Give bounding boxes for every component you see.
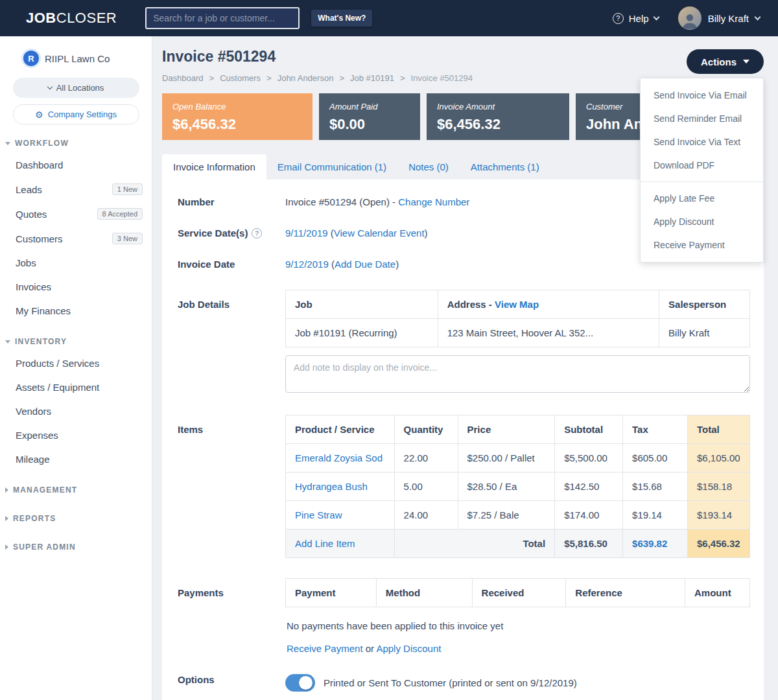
actions-button[interactable]: Actions <box>687 49 764 74</box>
breadcrumb-dashboard[interactable]: Dashboard <box>162 73 204 83</box>
sidebar-nav: WORKFLOW Dashboard Leads 1 New Quotes 8 … <box>0 124 152 557</box>
whats-new-button[interactable]: What's New? <box>311 10 372 27</box>
item-name-link[interactable]: Pine Straw <box>295 509 342 520</box>
menu-item-apply-late-fee[interactable]: Apply Late Fee <box>641 187 763 210</box>
sidebar: R RIIPL Lawn Co All Locations ⚙ Company … <box>0 36 152 700</box>
item-price: $28.50 / Ea <box>458 472 555 501</box>
menu-item-receive-payment[interactable]: Receive Payment <box>641 233 763 257</box>
tab-email-communication[interactable]: Email Communication (1) <box>266 154 397 180</box>
add-line-item-link[interactable]: Add Line Item <box>295 538 355 549</box>
items-col-tax: Tax <box>623 415 688 444</box>
change-number-link[interactable]: Change Number <box>398 196 469 207</box>
company-settings-button[interactable]: ⚙ Company Settings <box>13 104 139 124</box>
leads-badge: 1 New <box>112 183 143 195</box>
items-table: Product / Service Quantity Price Subtota… <box>285 415 750 558</box>
menu-item-apply-discount[interactable]: Apply Discount <box>641 210 763 233</box>
salesperson-cell: Billy Kraft <box>659 319 750 347</box>
payments-col-received: Received <box>472 579 566 607</box>
job-details-row: Job #10191 (Recurring) 123 Main Street, … <box>286 319 750 347</box>
paren-close: ) <box>425 228 428 239</box>
service-date-link[interactable]: 9/11/2019 <box>285 228 328 239</box>
receive-payment-link[interactable]: Receive Payment <box>287 643 363 654</box>
topbar-right: ? Help Billy Kraft <box>613 6 760 30</box>
sidebar-item-vendors[interactable]: Vendors <box>0 399 152 423</box>
sidebar-item-invoices[interactable]: Invoices <box>0 275 152 299</box>
section-super-admin[interactable]: SUPER ADMIN <box>0 528 152 557</box>
help-circle-icon[interactable]: ? <box>252 228 262 239</box>
section-label: INVENTORY <box>15 337 67 346</box>
job-col-header: Job <box>286 290 438 319</box>
printed-sent-toggle[interactable] <box>285 674 315 692</box>
sidebar-item-label: My Finances <box>16 305 71 316</box>
sidebar-item-products-services[interactable]: Products / Services <box>0 351 152 375</box>
section-inventory[interactable]: INVENTORY <box>0 323 152 351</box>
apply-discount-link[interactable]: Apply Discount <box>376 643 441 654</box>
item-total: $6,105.00 <box>687 444 749 472</box>
breadcrumb-separator: > <box>400 73 405 83</box>
sidebar-item-dashboard[interactable]: Dashboard <box>0 153 152 177</box>
locations-dropdown[interactable]: All Locations <box>13 78 139 98</box>
item-total: $193.14 <box>687 501 749 530</box>
payments-table: Payment Method Received Reference Amount <box>285 578 750 607</box>
actions-dropdown-menu: Send Invoice Via Email Send Reminder Ema… <box>640 78 764 262</box>
tab-invoice-information[interactable]: Invoice Information <box>162 154 266 180</box>
item-total: $158.18 <box>687 472 749 501</box>
section-workflow[interactable]: WORKFLOW <box>0 124 152 153</box>
breadcrumb-invoice: Invoice #501294 <box>411 73 473 83</box>
sidebar-item-label: Invoices <box>16 281 51 292</box>
global-search-input[interactable] <box>145 7 300 29</box>
field-items: Items Product / Service Quantity Price S… <box>178 415 750 558</box>
tab-notes[interactable]: Notes (0) <box>397 154 460 180</box>
quotes-badge: 8 Accepted <box>97 208 143 220</box>
sidebar-item-expenses[interactable]: Expenses <box>0 423 152 447</box>
address-col-header: Address - <box>447 299 492 310</box>
sidebar-item-quotes[interactable]: Quotes 8 Accepted <box>0 202 152 226</box>
add-due-date-link[interactable]: Add Due Date <box>335 259 395 270</box>
sidebar-item-mileage[interactable]: Mileage <box>0 447 152 471</box>
stat-label: Invoice Amount <box>437 102 559 111</box>
item-row: Hydrangea Bush 5.00 $28.50 / Ea $142.50 … <box>286 472 750 501</box>
sidebar-item-label: Dashboard <box>16 159 63 170</box>
items-col-price: Price <box>458 415 555 444</box>
sidebar-item-customers[interactable]: Customers 3 New <box>0 226 152 251</box>
caret-down-icon <box>5 340 10 344</box>
section-label: REPORTS <box>13 514 56 523</box>
logo-light: CLOSER <box>56 10 117 26</box>
item-name-link[interactable]: Emerald Zoysia Sod <box>295 452 383 463</box>
app-logo: JOBCLOSER <box>26 10 117 27</box>
view-calendar-event-link[interactable]: View Calendar Event <box>334 228 425 239</box>
payments-col-method: Method <box>376 579 472 607</box>
company-logo: R <box>23 51 39 66</box>
breadcrumb-customers[interactable]: Customers <box>220 73 261 83</box>
sidebar-item-assets-equipment[interactable]: Assets / Equipment <box>0 375 152 399</box>
invoice-date-link[interactable]: 9/12/2019 <box>285 259 329 270</box>
stat-invoice-amount: Invoice Amount $6,456.32 <box>427 93 569 140</box>
menu-item-download-pdf[interactable]: Download PDF <box>641 154 763 177</box>
invoice-note-textarea[interactable] <box>285 355 750 393</box>
item-tax: $19.14 <box>623 501 688 530</box>
menu-item-send-invoice-email[interactable]: Send Invoice Via Email <box>641 84 763 107</box>
payments-label: Payments <box>178 578 285 654</box>
breadcrumb-job[interactable]: Job #10191 <box>350 73 394 83</box>
section-management[interactable]: MANAGEMENT <box>0 471 152 500</box>
sidebar-item-jobs[interactable]: Jobs <box>0 251 152 275</box>
section-reports[interactable]: REPORTS <box>0 500 152 528</box>
items-col-subtotal: Subtotal <box>555 415 623 444</box>
user-name: Billy Kraft <box>708 13 749 24</box>
help-menu[interactable]: ? Help <box>613 13 659 24</box>
items-col-quantity: Quantity <box>394 415 458 444</box>
menu-item-send-invoice-text[interactable]: Send Invoice Via Text <box>641 130 763 154</box>
tab-attachments[interactable]: Attachments (1) <box>460 154 550 180</box>
sidebar-item-leads[interactable]: Leads 1 New <box>0 177 152 202</box>
item-price: $250.00 / Pallet <box>458 444 555 472</box>
breadcrumb-customer[interactable]: John Anderson <box>277 73 334 83</box>
sidebar-item-my-finances[interactable]: My Finances <box>0 299 152 323</box>
view-map-link[interactable]: View Map <box>495 299 539 310</box>
sidebar-item-label: Mileage <box>16 454 50 465</box>
item-name-link[interactable]: Hydrangea Bush <box>295 481 368 492</box>
items-total-tax-link[interactable]: $639.82 <box>632 538 667 549</box>
item-tax: $605.00 <box>623 444 688 472</box>
menu-item-send-reminder-email[interactable]: Send Reminder Email <box>641 107 763 130</box>
stat-value: $0.00 <box>329 116 410 133</box>
user-menu[interactable]: Billy Kraft <box>678 6 760 30</box>
